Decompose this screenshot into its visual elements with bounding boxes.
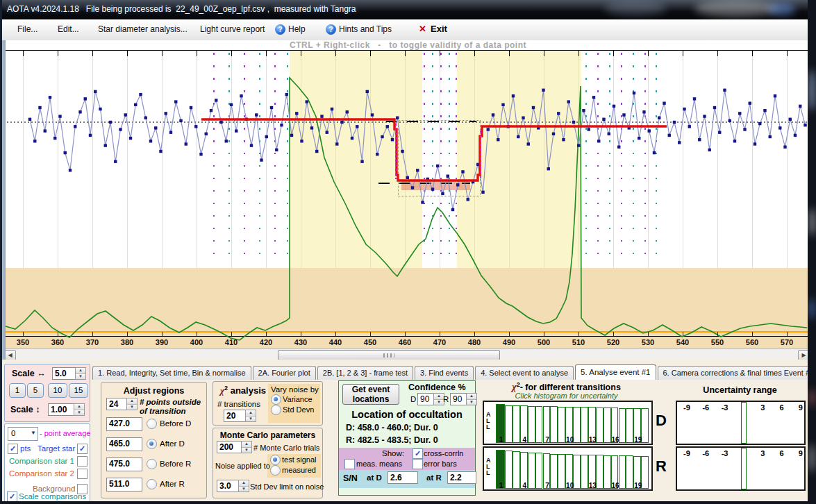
scale-comparisons-checkbox[interactable]: ✓ — [7, 492, 17, 502]
title-bar[interactable]: AOTA v4.2024.1.18 File being processed i… — [0, 0, 816, 19]
trials-spinner[interactable]: 200 ▲▼ — [217, 441, 252, 453]
uncertainty-r-box[interactable]: -9-6-30369 — [676, 446, 806, 491]
noise-applied-radio-measured[interactable] — [270, 465, 281, 476]
points-outside-spinner[interactable]: 24 ▲▼ — [106, 398, 138, 410]
tab-1[interactable]: 1. Read, Integrity, Set time, Bin & norm… — [92, 366, 251, 380]
hist-all-label: A L L — [486, 457, 491, 476]
exit-icon[interactable]: ✕ — [419, 24, 426, 34]
region-value-field[interactable]: 475.0 — [106, 457, 142, 471]
x-tick-label: 480 — [464, 338, 485, 346]
x-tick-mark — [509, 332, 510, 336]
hist-bar-18[interactable] — [626, 408, 633, 443]
pts-checkbox[interactable]: ✓ — [8, 444, 18, 454]
hist-bar-9[interactable] — [558, 454, 565, 489]
hist-number: 4 — [519, 436, 529, 444]
hist-bar-6[interactable] — [535, 406, 543, 443]
hints-icon[interactable]: ? — [326, 24, 336, 35]
tab-4[interactable]: 3. Find events — [415, 366, 474, 380]
hist-bar-6[interactable] — [535, 453, 543, 489]
comp1-checkbox[interactable] — [77, 456, 88, 467]
region-value-field[interactable]: 465.0 — [106, 437, 142, 451]
scale-v-spinner[interactable]: 1.00 ▲▼ — [48, 403, 85, 416]
error-bars-label: error bars — [424, 460, 457, 468]
confidence-d-value: 90 — [417, 393, 433, 405]
help-icon[interactable]: ? — [275, 24, 285, 35]
menu-edit[interactable]: Edit... — [58, 24, 79, 34]
region-radio-before-d[interactable] — [147, 419, 157, 429]
uncertainty-d-box[interactable]: -9-6-30369 — [676, 401, 806, 445]
tab-6[interactable]: 5. Analyse event #1 — [575, 364, 656, 380]
hist-number: 7 — [542, 436, 552, 444]
hist-bar-3[interactable] — [513, 405, 520, 443]
comp2-checkbox[interactable] — [77, 469, 88, 479]
meas-means-checkbox[interactable] — [344, 459, 355, 469]
menu-light-curve-report[interactable]: Light curve report — [200, 24, 265, 34]
stddev-spinner[interactable]: 3.0 ▲▼ — [217, 480, 249, 492]
preset-button-5[interactable]: 5 — [27, 383, 44, 398]
hist-bar-18[interactable] — [626, 455, 633, 489]
hist-bar-9[interactable] — [558, 407, 565, 443]
region-radio-before-r[interactable] — [147, 459, 157, 469]
region-radio-after-r[interactable] — [147, 479, 157, 489]
scroll-thumb[interactable] — [278, 350, 500, 360]
x-tick-mark-top — [474, 50, 475, 56]
hist-bar-15[interactable] — [603, 408, 611, 443]
region-value-field[interactable]: 511.0 — [106, 478, 142, 492]
vary-noise-label: Variance — [283, 395, 313, 403]
x-tick-label: 420 — [256, 338, 276, 346]
region-radio-label: Before D — [160, 419, 191, 428]
x-tick-mark — [787, 332, 788, 336]
tab-5[interactable]: 4. Select event to analyse — [475, 366, 574, 380]
tab-7[interactable]: 6. Camera corrections & final times Even… — [658, 366, 816, 380]
cross-corrln-checkbox[interactable]: ✓ — [413, 448, 423, 459]
hist-number: 16 — [610, 436, 620, 444]
light-curve-plot[interactable]: CTRL + Right-click - to toggle validity … — [0, 40, 816, 348]
uncertainty-tick: 9 — [794, 449, 807, 457]
vary-noise-label: Vary noise by — [271, 385, 319, 394]
confidence-r-spinner[interactable]: 90 ▲▼ — [450, 393, 477, 405]
confidence-r-value: 90 — [450, 393, 466, 405]
hist-bar-2[interactable] — [505, 405, 513, 443]
scale-box: Scale ↔ 5.0 ▲▼ 151015 Scale ↕ 1.00 ▲▼ — [4, 364, 90, 422]
menu-exit[interactable]: Exit — [431, 24, 447, 34]
h-arrows-icon: ↔ — [37, 369, 46, 378]
confidence-d-spinner[interactable]: 90 ▲▼ — [417, 393, 444, 405]
tab-3[interactable]: 2B. [1, 2 & 3] - frame test — [317, 366, 413, 380]
menu-file[interactable]: File... — [17, 24, 38, 34]
h-scrollbar[interactable]: ◀ ▶ — [2, 348, 814, 360]
vary-noise-radio-Variance[interactable] — [271, 394, 281, 405]
hist-number: 13 — [588, 482, 597, 489]
preset-button-1[interactable]: 1 — [9, 383, 26, 398]
hist-bar-3[interactable] — [513, 451, 520, 489]
noise-applied-radio-test-signal[interactable] — [270, 455, 281, 465]
preset-button-15[interactable]: 15 — [69, 383, 88, 398]
x-tick-mark — [578, 332, 579, 336]
error-bars-checkbox[interactable] — [413, 459, 423, 469]
menu-star-diameter[interactable]: Star diameter analysis... — [98, 24, 188, 34]
chi2-histogram-r[interactable]: A L L14710131619 — [483, 446, 653, 491]
tab-2[interactable]: 2A. Fourier plot — [253, 366, 316, 380]
noise-applied-label: test signal — [282, 455, 317, 464]
comp1-label: Comparison star 1 — [9, 457, 74, 465]
x-tick-label: 550 — [707, 338, 728, 346]
vary-noise-radio-Std-Devn[interactable] — [271, 405, 281, 415]
hist-bar-12[interactable] — [581, 455, 588, 489]
menu-hints[interactable]: Hints and Tips — [339, 24, 392, 34]
target-star-checkbox[interactable]: ✓ — [77, 444, 88, 454]
hist-bar-12[interactable] — [581, 407, 588, 443]
hist-bar-15[interactable] — [603, 455, 611, 489]
transitions-spinner[interactable]: 20 ▲▼ — [224, 410, 256, 422]
point-average-dropdown[interactable]: 0 ▼ — [8, 427, 38, 441]
preset-button-10[interactable]: 10 — [48, 383, 67, 398]
x-tick-label: 520 — [603, 338, 624, 346]
transitions-value: 20 — [224, 410, 245, 422]
hist-bar-2[interactable] — [505, 451, 513, 489]
chi2-histogram-d[interactable]: A L L14710131619 — [483, 401, 653, 445]
x-tick-mark — [231, 332, 232, 336]
menu-help[interactable]: Help — [288, 24, 306, 34]
region-radio-after-d[interactable] — [147, 439, 157, 449]
scale-h-spinner[interactable]: 5.0 ▲▼ — [52, 367, 86, 380]
region-value-field[interactable]: 427.0 — [106, 417, 142, 431]
get-event-locations-button[interactable]: Get eventlocations — [342, 384, 399, 405]
sn-r-value: 2.2 — [447, 471, 476, 484]
